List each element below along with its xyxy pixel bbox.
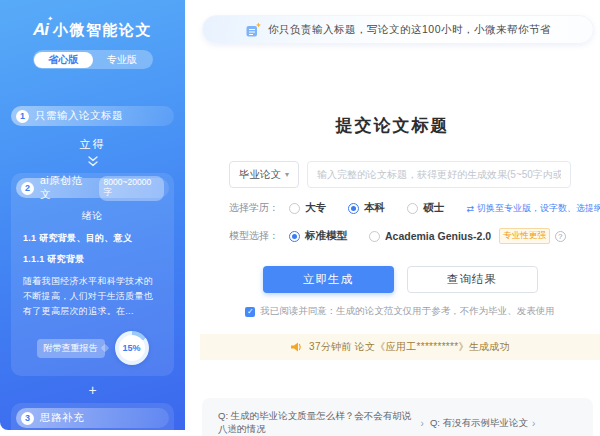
radio-bachelor[interactable]: 本科	[348, 201, 385, 215]
radio-label: 大专	[305, 201, 326, 215]
submit-form: 毕业论文 ▾ 选择学历： 大专 本科 硕士	[229, 161, 571, 318]
chevron-right-icon: ›	[532, 418, 535, 429]
radio-label: 标准模型	[305, 229, 347, 243]
tab-label: 专业版	[107, 53, 137, 67]
radio-checked-icon	[348, 203, 359, 214]
plagiarism-percent: 15%	[119, 335, 145, 361]
plagiarism-report-tag[interactable]: 附带查重报告	[37, 339, 105, 358]
radio-label: 本科	[364, 201, 385, 215]
paper-title-input[interactable]	[307, 161, 571, 188]
faq-question: Q: 生成的毕业论文质量怎么样？会不会有胡说八道的情况	[218, 410, 417, 436]
faq-item[interactable]: Q: 有没有示例毕业论文 ›	[430, 410, 577, 436]
document-sparkle-icon	[245, 22, 262, 38]
radio-icon	[407, 203, 418, 214]
sparkle-icon: ✦	[47, 15, 52, 23]
report-tag-label: 附带查重报告	[44, 343, 98, 353]
generate-button[interactable]: 立即生成	[263, 266, 394, 293]
query-results-button[interactable]: 查询结果	[407, 266, 538, 293]
report-row: 附带查重报告 15%	[23, 331, 162, 367]
paper-type-value: 毕业论文	[239, 168, 281, 182]
preview-outline-line: 1.1.1 研究背景	[23, 253, 162, 266]
caret-down-icon: ▾	[285, 170, 289, 179]
step2-card: 2 ai原创范文 8000~20000字 绪论 1.1 研究背景、目的、意义 1…	[11, 173, 174, 376]
step3-header: 3 思路补充	[16, 408, 169, 428]
education-row: 选择学历： 大专 本科 硕士 ⇄ 切换至专业版，设字数、选提纲	[229, 201, 571, 215]
main-content: 你只负责输入标题，写论文的这100小时，小微来帮你节省 提交论文标题 毕业论文 …	[185, 0, 600, 436]
agreement-checkbox[interactable]: ✓	[245, 307, 255, 317]
word-count-badge: 8000~20000字	[99, 176, 164, 201]
agreement-row: ✓ 我已阅读并同意：生成的论文范文仅用于参考，不作为毕业、发表使用	[229, 305, 571, 318]
radio-icon	[289, 203, 300, 214]
instant-label: 立得	[11, 137, 174, 152]
action-buttons: 立即生成 查询结果	[229, 266, 571, 293]
double-chevron-down-icon	[11, 154, 174, 168]
title-input-row: 毕业论文 ▾	[229, 161, 571, 188]
faq-card: Q: 生成的毕业论文质量怎么样？会不会有胡说八道的情况 › Q: 有没有示例毕业…	[202, 398, 593, 436]
plus-icon: +	[11, 382, 174, 398]
radio-master[interactable]: 硕士	[407, 201, 444, 215]
step1-number: 1	[16, 110, 29, 123]
tab-professional[interactable]: 专业版	[93, 52, 152, 68]
promo-banner-text: 你只负责输入标题，写论文的这100小时，小微来帮你节省	[268, 23, 551, 37]
tab-worry-free[interactable]: 省心版	[34, 52, 93, 68]
step3-label: 思路补充	[40, 411, 84, 425]
version-tabs: 省心版 专业版	[33, 50, 153, 69]
step1-label: 只需输入论文标题	[35, 109, 123, 123]
notification-bar: 37分钟前 论文《应用工**********》生成成功	[200, 334, 600, 360]
radio-label: 硕士	[423, 201, 444, 215]
step2-header: 2 ai原创范文 8000~20000字	[16, 178, 169, 198]
megaphone-icon	[290, 341, 303, 353]
switch-link-label: 切换至专业版，设字数、选提纲	[477, 202, 600, 215]
app-logo: Ai✦ 小微智能论文	[11, 0, 174, 40]
preview-heading: 绪论	[23, 209, 162, 223]
chevron-right-icon: ›	[421, 418, 424, 429]
question-mark-icon[interactable]: ?	[555, 231, 566, 242]
model-row: 模型选择： 标准模型 Academia Genius-2.0 专业性更强 ?	[229, 228, 571, 244]
radio-academia-genius[interactable]: Academia Genius-2.0	[369, 230, 491, 242]
step3-card: 3 思路补充 期刊文献 x30 图片表格 x40 写作思路 x3 致谢模板	[11, 403, 174, 436]
faq-question: Q: 有没有示例毕业论文	[430, 417, 528, 430]
faq-item[interactable]: Q: 生成的毕业论文质量怎么样？会不会有胡说八道的情况 ›	[218, 410, 424, 436]
notification-text: 37分钟前 论文《应用工**********》生成成功	[309, 340, 510, 354]
app-title: 小微智能论文	[53, 21, 152, 40]
promo-banner: 你只负责输入标题，写论文的这100小时，小微来帮你节省	[202, 15, 594, 44]
page-title: 提交论文标题	[185, 114, 600, 137]
switch-to-pro-link[interactable]: ⇄ 切换至专业版，设字数、选提纲	[466, 202, 600, 215]
ai-logo-icon: Ai✦	[33, 20, 48, 40]
radio-label: Academia Genius-2.0	[385, 230, 491, 242]
step3-number: 3	[21, 412, 34, 425]
agreement-text: 我已阅读并同意：生成的论文范文仅用于参考，不作为毕业、发表使用	[260, 305, 555, 318]
plagiarism-percent-ring: 15%	[115, 331, 149, 365]
supplement-items: 期刊文献 x30 图片表格 x40 写作思路 x3 致谢模板 x5	[16, 428, 169, 436]
tab-label: 省心版	[48, 53, 78, 67]
model-label: 模型选择：	[229, 229, 279, 243]
step2-label: ai原创范文	[40, 174, 93, 202]
preview-paragraph: 随着我国经济水平和科学技术的不断提高，人们对于生活质量也有了更高层次的追求。在.…	[23, 274, 162, 319]
radio-standard-model[interactable]: 标准模型	[289, 229, 347, 243]
radio-icon	[369, 231, 380, 242]
education-label: 选择学历：	[229, 201, 279, 215]
radio-checked-icon	[289, 231, 300, 242]
preview-outline-line: 1.1 研究背景、目的、意义	[23, 232, 162, 245]
pro-strength-badge: 专业性更强	[499, 228, 550, 244]
paper-type-select[interactable]: 毕业论文 ▾	[229, 161, 299, 188]
radio-college[interactable]: 大专	[289, 201, 326, 215]
arrow-tip	[100, 344, 108, 352]
step2-number: 2	[21, 182, 34, 195]
app-window: Ai✦ 小微智能论文 省心版 专业版 1 只需输入论文标题 立得 2	[0, 0, 600, 436]
sidebar: Ai✦ 小微智能论文 省心版 专业版 1 只需输入论文标题 立得 2	[0, 0, 185, 430]
paper-preview: 绪论 1.1 研究背景、目的、意义 1.1.1 研究背景 随着我国经济水平和科学…	[16, 198, 169, 367]
switch-arrows-icon: ⇄	[466, 204, 474, 214]
step1-header: 1 只需输入论文标题	[11, 106, 174, 126]
